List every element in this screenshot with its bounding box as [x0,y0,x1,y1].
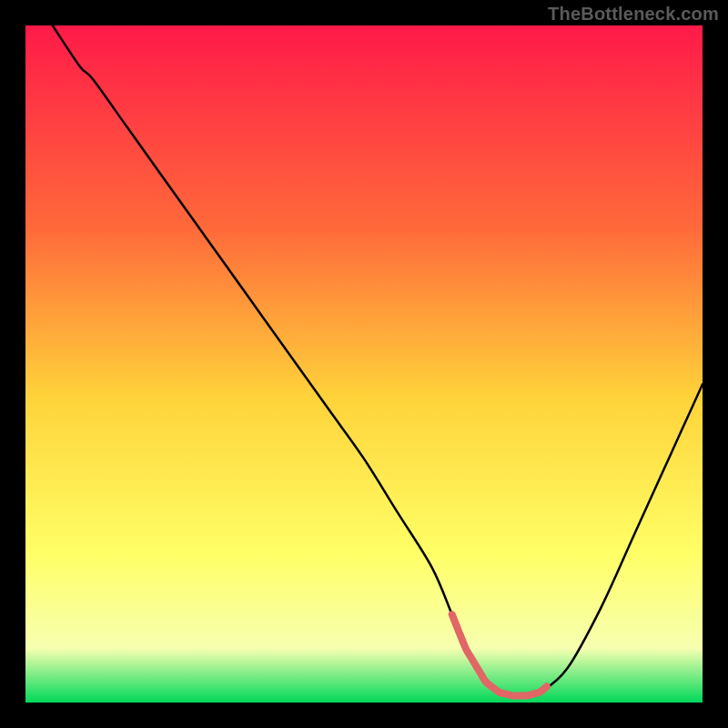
watermark-text: TheBottleneck.com [548,4,719,25]
chart-stage: TheBottleneck.com [0,0,728,728]
bottleneck-curve-chart [0,0,728,728]
